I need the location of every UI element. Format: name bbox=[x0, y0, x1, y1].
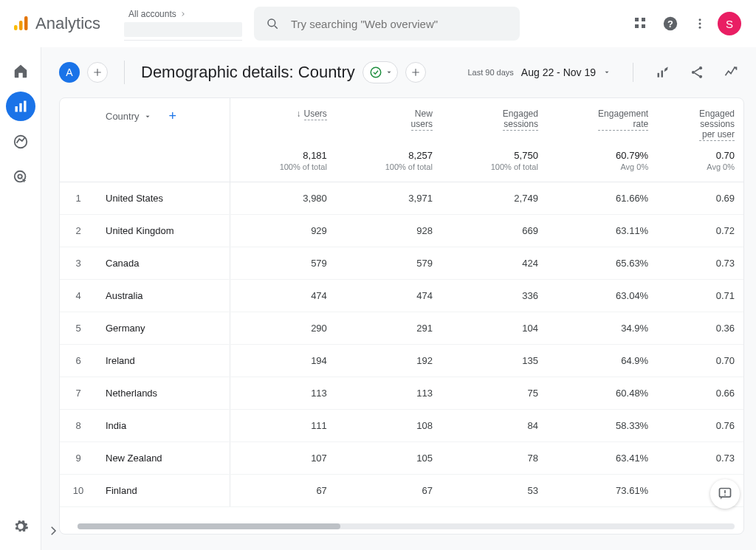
table-row[interactable]: 2United Kingdom92992866963.11%0.72 bbox=[60, 215, 743, 247]
top-header: Analytics All accounts ? S bbox=[0, 0, 756, 47]
svg-point-11 bbox=[699, 18, 701, 21]
edit-report-button[interactable] bbox=[650, 59, 676, 86]
segment-chip[interactable]: A bbox=[59, 62, 80, 83]
row-metric: 474 bbox=[336, 280, 441, 312]
row-country: Canada bbox=[97, 247, 230, 280]
search-input[interactable] bbox=[291, 18, 508, 30]
row-metric: 0.72 bbox=[657, 215, 743, 247]
row-metric: 113 bbox=[230, 377, 336, 410]
row-metric: 3,980 bbox=[230, 182, 336, 215]
search-box[interactable] bbox=[254, 7, 520, 41]
svg-rect-15 bbox=[19, 103, 21, 112]
dimension-picker[interactable]: Country + bbox=[106, 109, 221, 124]
chevron-right-icon bbox=[47, 524, 60, 537]
row-index: 6 bbox=[60, 345, 97, 377]
table-row[interactable]: 5Germany29029110434.9%0.36 bbox=[60, 312, 743, 345]
svg-point-19 bbox=[18, 174, 21, 179]
row-index: 9 bbox=[60, 442, 97, 475]
add-filter-button[interactable] bbox=[405, 62, 426, 83]
feedback-button[interactable] bbox=[710, 479, 740, 509]
table-row[interactable]: 10Finland67675373.61%0.79 bbox=[60, 475, 743, 507]
nav-home[interactable] bbox=[6, 56, 35, 86]
row-metric: 474 bbox=[230, 280, 336, 312]
explore-icon bbox=[13, 134, 29, 150]
divider bbox=[633, 63, 633, 82]
expand-rail-button[interactable] bbox=[43, 520, 63, 541]
svg-line-4 bbox=[275, 26, 278, 29]
row-metric: 107 bbox=[230, 442, 336, 475]
row-metric: 290 bbox=[230, 312, 336, 345]
col-header-users[interactable]: ↓Users bbox=[230, 98, 336, 145]
table-row[interactable]: 4Australia47447433663.04%0.71 bbox=[60, 280, 743, 312]
row-metric: 579 bbox=[230, 247, 336, 280]
plus-icon bbox=[410, 67, 421, 78]
sort-desc-icon: ↓ bbox=[297, 109, 301, 119]
share-button[interactable] bbox=[684, 59, 710, 86]
row-metric: 67 bbox=[230, 475, 336, 507]
add-comparison-button[interactable] bbox=[87, 62, 108, 83]
more-menu-button[interactable] bbox=[685, 9, 715, 38]
table-row[interactable]: 1United States3,9803,9712,74961.66%0.69 bbox=[60, 182, 743, 215]
row-country: Australia bbox=[97, 280, 230, 312]
table-row[interactable]: 8India1111088458.33%0.76 bbox=[60, 410, 743, 442]
apps-grid-icon bbox=[634, 17, 647, 30]
row-country: United States bbox=[97, 182, 230, 215]
caret-down-icon bbox=[385, 69, 393, 76]
add-dimension-button[interactable]: + bbox=[169, 109, 177, 124]
totals-row: 8,181 8,257 5,750 60.79% 0.70 bbox=[60, 145, 743, 162]
row-metric: 0.73 bbox=[657, 247, 743, 280]
nav-admin[interactable] bbox=[6, 512, 35, 541]
avatar-letter: S bbox=[718, 12, 741, 35]
svg-rect-16 bbox=[24, 101, 26, 112]
account-avatar[interactable]: S bbox=[715, 9, 744, 38]
row-country: Ireland bbox=[97, 345, 230, 377]
chevron-right-icon bbox=[179, 10, 187, 18]
date-range-picker[interactable]: Last 90 days Aug 22 - Nov 19 bbox=[461, 63, 616, 81]
status-pill[interactable] bbox=[362, 61, 398, 83]
table-row[interactable]: 6Ireland19419213564.9%0.70 bbox=[60, 345, 743, 377]
row-index: 2 bbox=[60, 215, 97, 247]
col-header-new-users[interactable]: New users bbox=[336, 98, 441, 145]
svg-rect-21 bbox=[658, 73, 660, 78]
row-metric: 67 bbox=[336, 475, 441, 507]
date-preset-label: Last 90 days bbox=[467, 68, 513, 77]
nav-advertising[interactable] bbox=[6, 162, 35, 192]
table-row[interactable]: 7Netherlands1131137560.48%0.66 bbox=[60, 377, 743, 410]
dimension-label: Country bbox=[106, 111, 140, 122]
home-icon bbox=[13, 63, 29, 79]
table-scroll[interactable]: Country + ↓Users New users Engaged sessi… bbox=[60, 98, 743, 534]
help-button[interactable]: ? bbox=[656, 9, 685, 38]
account-picker[interactable]: All accounts bbox=[124, 7, 242, 41]
product-logo[interactable]: Analytics bbox=[12, 14, 100, 33]
caret-down-icon bbox=[603, 69, 611, 76]
account-name-redacted bbox=[124, 22, 242, 37]
row-metric: 34.9% bbox=[547, 312, 657, 345]
nav-explore[interactable] bbox=[6, 127, 35, 157]
product-name: Analytics bbox=[35, 14, 100, 33]
row-metric: 0.66 bbox=[657, 377, 743, 410]
col-header-engagement-rate[interactable]: Engagement rate bbox=[547, 98, 657, 145]
row-country: India bbox=[97, 410, 230, 442]
col-header-sessions-per-user[interactable]: Engaged sessions per user bbox=[657, 98, 743, 145]
table-row[interactable]: 9New Zealand1071057863.41%0.73 bbox=[60, 442, 743, 475]
svg-point-13 bbox=[699, 27, 701, 29]
report-card: Country + ↓Users New users Engaged sessi… bbox=[59, 97, 744, 534]
scrollbar-thumb[interactable] bbox=[78, 523, 340, 529]
row-metric: 58.33% bbox=[547, 410, 657, 442]
page-header: A Demographic details: Country Last 90 d… bbox=[59, 59, 744, 86]
reports-icon bbox=[13, 99, 28, 114]
col-header-engaged-sessions[interactable]: Engaged sessions bbox=[441, 98, 547, 145]
nav-reports[interactable] bbox=[6, 92, 35, 121]
row-metric: 928 bbox=[336, 215, 441, 247]
svg-rect-14 bbox=[15, 106, 17, 112]
table-row[interactable]: 3Canada57957942465.63%0.73 bbox=[60, 247, 743, 280]
svg-point-28 bbox=[724, 495, 726, 496]
insights-icon bbox=[724, 65, 738, 80]
horizontal-scrollbar[interactable] bbox=[78, 523, 735, 529]
row-metric: 3,971 bbox=[336, 182, 441, 215]
insights-button[interactable] bbox=[718, 59, 744, 86]
row-index: 10 bbox=[60, 475, 97, 507]
apps-button[interactable] bbox=[626, 9, 656, 38]
totals-subtext-row: 100% of total 100% of total 100% of tota… bbox=[60, 162, 743, 182]
row-metric: 336 bbox=[441, 280, 547, 312]
